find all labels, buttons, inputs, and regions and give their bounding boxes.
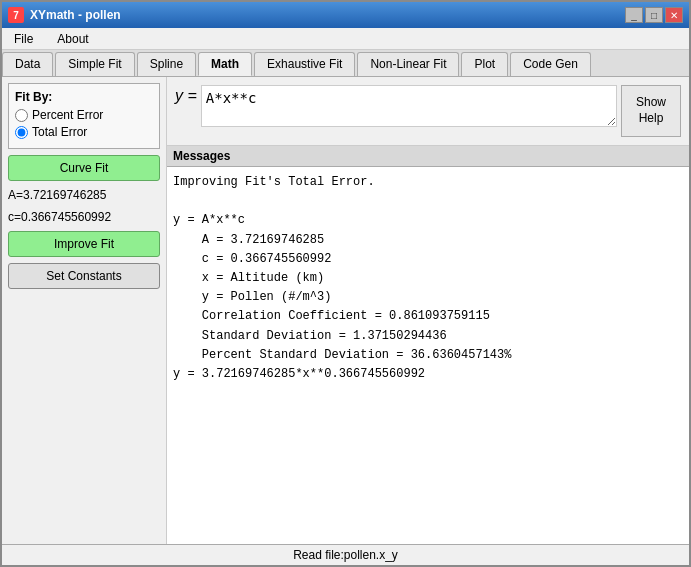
fit-by-group: Fit By: Percent Error Total Error	[8, 83, 160, 149]
status-bar: Read file:pollen.x_y	[2, 544, 689, 565]
tab-plot[interactable]: Plot	[461, 52, 508, 76]
formula-input[interactable]: A*x**c	[201, 85, 617, 127]
app-icon: 7	[8, 7, 24, 23]
status-text: Read file:pollen.x_y	[293, 548, 398, 562]
radio-total-error[interactable]: Total Error	[15, 125, 153, 139]
formula-y-label: y =	[175, 85, 197, 105]
param-a-value: A=3.72169746285	[8, 187, 160, 203]
messages-section: Messages Improving Fit's Total Error. y …	[167, 146, 689, 544]
formula-area: y = A*x**c ShowHelp	[167, 77, 689, 146]
tab-nonlinear-fit[interactable]: Non-Linear Fit	[357, 52, 459, 76]
radio-percent-input[interactable]	[15, 109, 28, 122]
fit-by-label: Fit By:	[15, 90, 153, 104]
maximize-button[interactable]: □	[645, 7, 663, 23]
tab-spline[interactable]: Spline	[137, 52, 196, 76]
messages-header: Messages	[167, 146, 689, 167]
set-constants-button[interactable]: Set Constants	[8, 263, 160, 289]
menu-about[interactable]: About	[49, 30, 96, 48]
content-area: y = A*x**c ShowHelp Messages Improving F…	[167, 77, 689, 544]
app-window: 7 XYmath - pollen _ □ ✕ File About Data …	[0, 0, 691, 567]
radio-total-input[interactable]	[15, 126, 28, 139]
minimize-button[interactable]: _	[625, 7, 643, 23]
title-bar: 7 XYmath - pollen _ □ ✕	[2, 2, 689, 28]
window-controls: _ □ ✕	[625, 7, 683, 23]
close-button[interactable]: ✕	[665, 7, 683, 23]
sidebar: Fit By: Percent Error Total Error Curve …	[2, 77, 167, 544]
tab-math[interactable]: Math	[198, 52, 252, 76]
radio-total-label: Total Error	[32, 125, 87, 139]
tab-exhaustive-fit[interactable]: Exhaustive Fit	[254, 52, 355, 76]
tab-data[interactable]: Data	[2, 52, 53, 76]
menu-file[interactable]: File	[6, 30, 41, 48]
window-title: XYmath - pollen	[30, 8, 121, 22]
tab-simple-fit[interactable]: Simple Fit	[55, 52, 134, 76]
menu-bar: File About	[2, 28, 689, 50]
messages-content[interactable]: Improving Fit's Total Error. y = A*x**c …	[167, 167, 689, 544]
title-bar-left: 7 XYmath - pollen	[8, 7, 121, 23]
curve-fit-button[interactable]: Curve Fit	[8, 155, 160, 181]
tab-bar: Data Simple Fit Spline Math Exhaustive F…	[2, 50, 689, 77]
main-content: Fit By: Percent Error Total Error Curve …	[2, 77, 689, 544]
radio-percent-label: Percent Error	[32, 108, 103, 122]
radio-percent-error[interactable]: Percent Error	[15, 108, 153, 122]
param-c-value: c=0.366745560992	[8, 209, 160, 225]
tab-code-gen[interactable]: Code Gen	[510, 52, 591, 76]
improve-fit-button[interactable]: Improve Fit	[8, 231, 160, 257]
show-help-button[interactable]: ShowHelp	[621, 85, 681, 137]
